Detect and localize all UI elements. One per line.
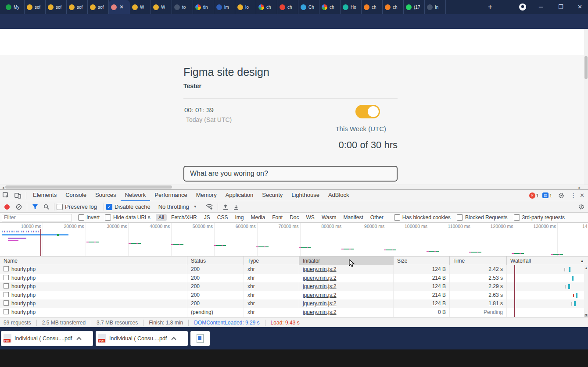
devtools-tab-sources[interactable]: Sources <box>91 190 121 201</box>
search-network-icon[interactable] <box>43 204 49 210</box>
table-vertical-scrollbar[interactable] <box>584 265 588 317</box>
browser-tab[interactable]: im <box>214 0 235 14</box>
hide-data-urls-checkbox[interactable] <box>105 214 111 221</box>
row-checkbox[interactable] <box>4 283 9 289</box>
network-filter-input[interactable] <box>2 214 72 221</box>
browser-tab[interactable]: Ch <box>298 0 319 14</box>
device-toolbar-icon[interactable] <box>14 192 21 199</box>
browser-tab[interactable]: ch <box>319 0 341 14</box>
devtools-tab-security[interactable]: Security <box>258 190 287 201</box>
filter-pill-all[interactable]: All <box>156 214 167 221</box>
filter-pill-fetch-xhr[interactable]: Fetch/XHR <box>169 214 200 221</box>
initiator-link[interactable]: jquery.min.js:2 <box>303 300 336 306</box>
browser-tab[interactable]: sof <box>88 0 109 14</box>
initiator-link[interactable]: jquery.min.js:2 <box>303 275 336 281</box>
devtools-tab-network[interactable]: Network <box>121 190 151 201</box>
table-row[interactable]: hourly.php(pending)xhrjquery.min.js:20 B… <box>0 308 588 317</box>
page-vertical-scrollbar[interactable] <box>584 29 588 185</box>
browser-tab[interactable]: to <box>172 0 193 14</box>
third-party-requests-checkbox[interactable] <box>514 214 520 221</box>
table-row[interactable]: hourly.php200xhrjquery.min.js:2124 B2.29… <box>0 282 588 291</box>
browser-tab[interactable]: ch <box>256 0 277 14</box>
import-har-icon[interactable] <box>223 204 228 210</box>
download-chevron-icon[interactable] <box>77 337 82 342</box>
disable-cache-checkbox[interactable]: ✓ <box>106 204 112 210</box>
browser-tab[interactable]: My <box>4 0 25 14</box>
page-horizontal-scroll-thumb[interactable] <box>5 185 172 189</box>
table-row[interactable]: hourly.php200xhrjquery.min.js:2214 B2.63… <box>0 291 588 300</box>
clear-network-log-icon[interactable] <box>16 204 22 210</box>
filter-pill-ws[interactable]: WS <box>304 214 317 221</box>
has-blocked-cookies-checkbox[interactable] <box>394 214 400 221</box>
request-name-cell[interactable]: hourly.php <box>0 282 187 291</box>
devtools-tab-application[interactable]: Application <box>221 190 258 201</box>
browser-tab[interactable]: ch <box>277 0 298 14</box>
download-item[interactable]: Individual ( Consu....pdf <box>96 331 188 346</box>
column-header-type[interactable]: Type <box>244 257 299 265</box>
devtools-tab-memory[interactable]: Memory <box>192 190 221 201</box>
browser-tab[interactable]: Ho <box>341 0 362 14</box>
devtools-tab-adblock[interactable]: AdBlock <box>324 190 354 201</box>
table-scroll-down-icon[interactable]: ▼ <box>584 313 588 317</box>
network-settings-gear-icon[interactable] <box>578 204 584 210</box>
column-header-name[interactable]: Name <box>0 257 187 265</box>
filter-pill-css[interactable]: CSS <box>215 214 231 221</box>
download-item[interactable] <box>190 331 210 346</box>
browser-tab[interactable]: W <box>151 0 172 14</box>
browser-tab[interactable]: In <box>425 0 446 14</box>
profile-icon[interactable] <box>519 4 526 11</box>
column-header-time[interactable]: Time <box>450 257 507 265</box>
filter-pill-img[interactable]: Img <box>232 214 246 221</box>
initiator-link[interactable]: jquery.min.js:2 <box>303 309 336 315</box>
browser-tab[interactable]: lo <box>235 0 256 14</box>
issues-badge[interactable]: ▤1 <box>542 192 552 198</box>
table-row[interactable]: hourly.php200xhrjquery.min.js:2214 B2.53… <box>0 274 588 283</box>
throttling-select[interactable]: No throttling <box>158 203 189 210</box>
browser-tab[interactable]: ch <box>383 0 404 14</box>
sort-arrow-icon[interactable]: ▲ <box>580 259 584 263</box>
initiator-link[interactable]: jquery.min.js:2 <box>303 283 336 289</box>
browser-tab[interactable]: sof <box>46 0 67 14</box>
network-conditions-icon[interactable] <box>206 204 213 210</box>
row-checkbox[interactable] <box>4 292 9 297</box>
record-network-log-icon[interactable] <box>4 204 10 210</box>
browser-tab[interactable]: W <box>130 0 151 14</box>
initiator-link[interactable]: jquery.min.js:2 <box>303 266 336 272</box>
column-header-waterfall[interactable]: Waterfall <box>507 257 588 265</box>
blocked-requests-checkbox[interactable] <box>457 214 463 221</box>
devtools-tab-console[interactable]: Console <box>61 190 91 201</box>
initiator-link[interactable]: jquery.min.js:2 <box>303 292 336 298</box>
request-name-cell[interactable]: hourly.php <box>0 299 187 308</box>
memo-input[interactable] <box>183 166 398 182</box>
column-header-status[interactable]: Status <box>187 257 244 265</box>
new-tab-button[interactable]: + <box>488 3 492 11</box>
request-name-cell[interactable]: hourly.php <box>0 265 187 274</box>
row-checkbox[interactable] <box>4 309 9 314</box>
browser-tab[interactable]: sof <box>25 0 46 14</box>
browser-tab[interactable]: sof <box>67 0 88 14</box>
devtools-settings-gear-icon[interactable] <box>558 192 564 199</box>
tab-close-icon[interactable]: ✕ <box>119 4 124 10</box>
filter-pill-js[interactable]: JS <box>201 214 213 221</box>
window-maximize-button[interactable]: ❐ <box>558 4 563 10</box>
row-checkbox[interactable] <box>4 300 9 306</box>
column-header-size[interactable]: Size <box>394 257 450 265</box>
request-name-cell[interactable]: hourly.php <box>0 308 187 317</box>
window-close-button[interactable]: ✕ <box>577 4 582 10</box>
devtools-tab-elements[interactable]: Elements <box>29 190 61 201</box>
window-minimize-button[interactable]: ─ <box>539 4 543 10</box>
browser-tab[interactable]: ✕ <box>109 0 130 14</box>
timer-toggle[interactable] <box>355 105 380 118</box>
filter-pill-doc[interactable]: Doc <box>287 214 301 221</box>
table-row[interactable]: hourly.php200xhrjquery.min.js:2124 B1.81… <box>0 299 588 308</box>
network-overview-timeline[interactable]: 10000 ms20000 ms30000 ms40000 ms50000 ms… <box>0 223 588 257</box>
page-vertical-scroll-thumb[interactable] <box>584 56 588 79</box>
row-checkbox[interactable] <box>4 266 9 271</box>
invert-checkbox[interactable] <box>78 214 84 221</box>
filter-pill-manifest[interactable]: Manifest <box>341 214 366 221</box>
download-chevron-icon[interactable] <box>172 337 176 342</box>
browser-tab[interactable]: (17 <box>404 0 425 14</box>
filter-funnel-icon[interactable] <box>32 204 38 210</box>
request-name-cell[interactable]: hourly.php <box>0 274 187 283</box>
filter-pill-other[interactable]: Other <box>368 214 386 221</box>
